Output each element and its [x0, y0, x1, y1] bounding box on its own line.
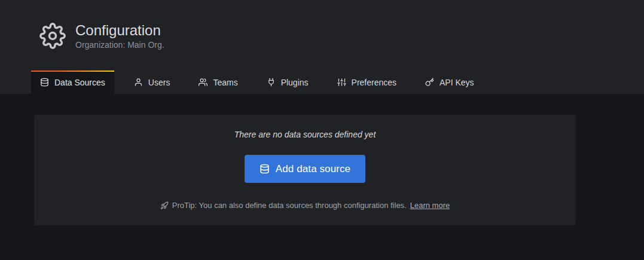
- key-icon: [425, 78, 434, 87]
- tab-label: Teams: [213, 78, 237, 87]
- empty-list-cta-card: There are no data sources defined yet Ad…: [34, 115, 576, 225]
- page-title: Configuration: [75, 22, 164, 39]
- tab-label: API Keys: [439, 78, 474, 87]
- users-icon: [199, 78, 207, 87]
- learn-more-link[interactable]: Learn more: [410, 201, 450, 210]
- tab-preferences[interactable]: Preferences: [328, 71, 405, 94]
- tab-api-keys[interactable]: API Keys: [416, 71, 483, 94]
- database-icon: [260, 164, 270, 174]
- sliders-icon: [337, 78, 346, 87]
- protip-text: ProTip: You can also define data sources…: [172, 201, 407, 210]
- empty-message: There are no data sources defined yet: [234, 130, 376, 139]
- protip: ProTip: You can also define data sources…: [160, 201, 450, 210]
- tab-data-sources[interactable]: Data Sources: [31, 71, 114, 94]
- page-header-main: Configuration Organization: Main Org.: [39, 22, 644, 50]
- tab-plugins[interactable]: Plugins: [258, 71, 318, 94]
- rocket-icon: [160, 201, 169, 210]
- tab-users[interactable]: Users: [125, 71, 179, 94]
- add-data-source-button[interactable]: Add data source: [245, 155, 365, 183]
- user-icon: [134, 78, 143, 87]
- tab-label: Users: [148, 78, 170, 87]
- page-content: There are no data sources defined yet Ad…: [0, 94, 644, 225]
- tab-label: Preferences: [352, 78, 396, 87]
- page-subtitle: Organization: Main Org.: [75, 40, 164, 50]
- tab-label: Data Sources: [54, 78, 105, 87]
- page-header: Configuration Organization: Main Org. Da…: [0, 0, 644, 94]
- tab-bar: Data Sources Users Teams: [31, 71, 644, 94]
- database-icon: [40, 78, 49, 87]
- gear-icon: [39, 23, 66, 49]
- page-header-titles: Configuration Organization: Main Org.: [75, 22, 164, 50]
- tab-teams[interactable]: Teams: [190, 71, 246, 94]
- add-data-source-label: Add data source: [276, 163, 350, 175]
- tab-label: Plugins: [281, 78, 309, 87]
- plug-icon: [267, 78, 276, 87]
